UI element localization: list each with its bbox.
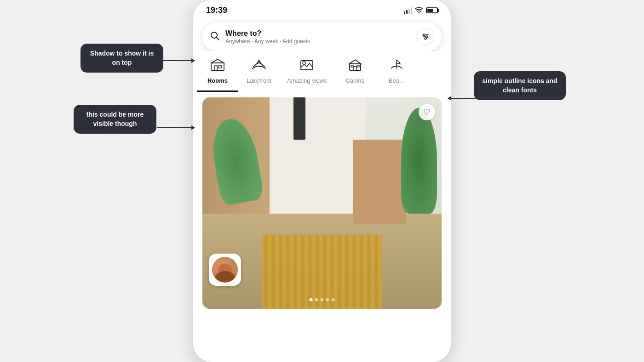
annotation-shadow-text: Shadow to show it is on top [90,50,154,66]
dot-4 [326,298,329,301]
shadow-annotation-arrow [163,60,195,61]
phone-frame: 19:39 [193,0,451,362]
category-tabs: Rooms Lakefront A [193,51,451,92]
svg-rect-9 [211,63,224,70]
visible-annotation-arrow [157,127,195,128]
tab-amazing-views[interactable]: Amazing views [280,58,334,92]
battery-icon [426,7,438,13]
search-title: Where to? [225,29,411,38]
svg-rect-10 [214,66,217,70]
host-avatar [209,254,241,286]
dot-5 [332,298,335,301]
wifi-icon [415,7,423,14]
svg-rect-17 [351,65,353,67]
tab-lakefront-label: Lakefront [247,77,271,84]
search-section: Where to? Anywhere · Any week · Add gues… [193,19,451,51]
cabins-icon [348,58,362,74]
search-icon [210,31,220,43]
image-dots [310,298,335,301]
svg-rect-11 [218,65,222,68]
search-subtitle: Anywhere · Any week · Add guests [225,38,411,45]
tab-beach[interactable]: Bea... [376,58,417,92]
avatar-face [212,257,238,283]
tab-cabins[interactable]: Cabins [334,58,376,92]
status-icons [404,7,438,14]
annotation-shadow: Shadow to show it is on top [80,44,163,73]
property-section: ♡ [193,92,451,309]
status-bar: 19:39 [193,0,451,19]
svg-rect-18 [357,65,359,67]
property-card[interactable]: ♡ [202,97,442,309]
svg-point-0 [419,12,420,13]
lakefront-icon [252,58,266,74]
rooms-icon [210,58,225,74]
tab-rooms[interactable]: Rooms [197,58,238,92]
svg-point-7 [426,36,428,38]
favorite-button[interactable]: ♡ [419,104,435,120]
filter-button[interactable] [417,28,434,45]
annotation-visible: this could be more visible though [74,105,156,134]
annotation-visible-text: this could be more visible though [86,111,144,127]
amazing-views-icon [299,58,314,74]
annotation-icons-text: simple outline icons and clean fonts [482,77,557,94]
svg-line-2 [217,37,219,40]
tab-rooms-label: Rooms [207,77,228,84]
status-time: 19:39 [206,6,227,15]
svg-point-14 [303,62,305,64]
tab-amazing-views-label: Amazing views [287,77,327,84]
svg-rect-16 [354,67,356,70]
tab-lakefront[interactable]: Lakefront [238,58,280,92]
svg-point-8 [425,38,426,40]
tab-cabins-label: Cabins [345,77,364,84]
dot-3 [321,298,324,301]
heart-icon: ♡ [423,107,431,117]
beach-icon [389,58,404,74]
search-text: Where to? Anywhere · Any week · Add gues… [225,29,411,45]
signal-icon [404,7,412,14]
icons-annotation-arrow [448,98,476,99]
dot-1 [310,298,313,301]
annotation-icons: simple outline icons and clean fonts [474,71,566,100]
search-bar[interactable]: Where to? Anywhere · Any week · Add gues… [202,23,442,51]
svg-point-6 [423,34,425,36]
tab-beach-label: Bea... [389,77,404,84]
dot-2 [315,298,318,301]
